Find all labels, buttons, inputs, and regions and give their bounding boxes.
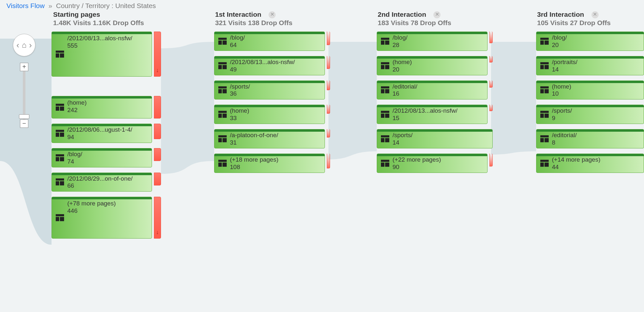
flow-node[interactable]: (+22 more pages)90 [377, 154, 493, 173]
flow-node-tile[interactable]: (+78 more pages)446 [52, 197, 152, 239]
flow-node-topbar [377, 81, 487, 83]
flow-node-label: /2012/08/13...alos-nsfw/ [393, 107, 483, 115]
page-icon [540, 111, 549, 118]
flow-node-topbar [52, 32, 152, 34]
flow-node-tile[interactable]: (+22 more pages)90 [377, 154, 488, 173]
flow-node[interactable]: /blog/20 [536, 32, 644, 51]
flow-node[interactable]: /2012/08/29...on-of-one/66 [52, 173, 161, 192]
pan-prev-icon[interactable]: ‹ [16, 40, 19, 50]
flow-node-tile[interactable]: /sports/9 [536, 105, 644, 124]
pan-control[interactable]: ‹ ⌂ › [13, 34, 35, 56]
page-icon [218, 86, 227, 93]
column-subtitle: 321 Visits 138 Drop Offs [215, 19, 292, 27]
home-icon[interactable]: ⌂ [22, 41, 27, 50]
flow-node[interactable]: /2012/08/13...alos-nsfw/49 [214, 56, 330, 75]
flow-node-tile[interactable]: /2012/08/13...alos-nsfw/49 [214, 56, 325, 75]
column-title: 2nd Interaction [378, 11, 426, 18]
svg-rect-66 [540, 135, 549, 137]
flow-node[interactable]: (+78 more pages)446↓ [52, 197, 161, 239]
flow-node-tile[interactable]: /blog/64 [214, 32, 325, 51]
flow-node-tile[interactable]: (+18 more pages)108 [214, 154, 325, 173]
flow-node[interactable]: /portraits/14 [536, 56, 644, 75]
svg-rect-36 [381, 38, 389, 40]
breadcrumb-dimension: Country / Territory : [56, 2, 113, 9]
flow-node-label: /sports/ [393, 131, 488, 139]
flow-node-value: 555 [67, 42, 148, 49]
svg-rect-20 [223, 41, 227, 45]
flow-node-topbar [536, 81, 644, 83]
page-icon [218, 111, 227, 118]
flow-node-tile[interactable]: (home)33 [214, 105, 325, 124]
flow-node[interactable]: (+18 more pages)108 [214, 154, 330, 173]
zoom-slider[interactable]: + − [20, 63, 28, 128]
flow-node-value: 28 [393, 42, 483, 49]
flow-node-tile[interactable]: (home)10 [536, 80, 644, 100]
flow-node-label: /blog/ [230, 34, 321, 42]
flow-node[interactable]: /blog/28 [377, 32, 493, 51]
svg-rect-15 [56, 214, 64, 216]
flow-node[interactable]: /sports/9 [536, 105, 644, 124]
flow-node-tile[interactable]: /2012/08/13...alos-nsfw/15 [377, 105, 488, 124]
dropoff-arrow-icon: ↓ [156, 229, 159, 236]
page-icon [540, 62, 549, 69]
flow-node-tile[interactable]: /portraits/14 [536, 56, 644, 75]
remove-column-button[interactable]: ✕ [269, 11, 276, 18]
pan-next-icon[interactable]: › [29, 40, 32, 50]
flow-node-label: /portraits/ [552, 58, 640, 66]
flow-node[interactable]: /2012/08/06...ugust-1-4/94 [52, 124, 161, 143]
flow-node-tile[interactable]: /blog/20 [536, 32, 644, 51]
flow-node-tile[interactable]: (home)242 [52, 96, 152, 118]
svg-rect-38 [385, 41, 389, 45]
flow-node[interactable]: (home)242 [52, 96, 161, 118]
dropoff-bar: ↓ [154, 32, 161, 77]
flow-node-tile[interactable]: /2012/08/06...ugust-1-4/94 [52, 124, 152, 143]
flow-node[interactable]: (home)10 [536, 80, 644, 100]
flow-node[interactable]: /2012/08/13...alos-nsfw/15 [377, 105, 493, 124]
flow-node-tile[interactable]: /2012/08/29...on-of-one/66 [52, 173, 152, 192]
flow-node-tile[interactable]: (home)20 [377, 56, 488, 75]
zoom-out-button[interactable]: − [20, 119, 28, 128]
dropoff-bar [154, 124, 161, 139]
page-icon [218, 135, 227, 142]
flow-node-tile[interactable]: /sports/14 [377, 129, 493, 148]
page-icon [381, 111, 389, 118]
flow-node-tile[interactable]: /sports/36 [214, 80, 325, 100]
flow-node-tile[interactable]: /a-platoon-of-one/31 [214, 129, 325, 148]
svg-rect-0 [56, 51, 64, 53]
flow-node[interactable]: /2012/08/13...alos-nsfw/555↓ [52, 32, 161, 77]
flow-node-label: /blog/ [67, 150, 148, 158]
breadcrumb-root-link[interactable]: Visitors Flow [6, 2, 45, 9]
flow-node[interactable]: (home)33 [214, 105, 330, 124]
flow-node[interactable]: /blog/64 [214, 32, 330, 51]
flow-node-tile[interactable]: /editorial/8 [536, 129, 644, 148]
flow-node[interactable]: (+14 more pages)44 [536, 154, 644, 173]
zoom-track[interactable] [23, 71, 25, 119]
svg-rect-54 [540, 38, 549, 40]
zoom-in-button[interactable]: + [20, 63, 28, 71]
remove-column-button[interactable]: ✕ [592, 11, 599, 18]
flow-node-topbar [214, 81, 325, 83]
flow-node-tile[interactable]: (+14 more pages)44 [536, 154, 644, 173]
flow-node-tile[interactable]: /blog/74 [52, 148, 152, 167]
page-icon [56, 154, 64, 161]
flow-node-tile[interactable]: /editorial/16 [377, 80, 488, 100]
flow-node[interactable]: /blog/74 [52, 148, 161, 167]
flow-node[interactable]: /editorial/16 [377, 80, 493, 100]
flow-node-label: (home) [393, 58, 483, 66]
flow-node-tile[interactable]: /2012/08/13...alos-nsfw/555 [52, 32, 152, 77]
zoom-handle[interactable] [19, 114, 29, 119]
svg-rect-67 [540, 138, 544, 142]
svg-rect-45 [381, 111, 389, 113]
flow-node-value: 15 [393, 115, 483, 122]
flow-node-label: /2012/08/13...alos-nsfw/ [67, 34, 148, 42]
remove-column-button[interactable]: ✕ [433, 11, 440, 18]
svg-rect-62 [545, 89, 549, 93]
flow-node-tile[interactable]: /blog/28 [377, 32, 488, 51]
flow-node[interactable]: /editorial/8 [536, 129, 644, 148]
flow-node[interactable]: /a-platoon-of-one/31 [214, 129, 330, 148]
flow-node[interactable]: /sports/14 [377, 129, 493, 148]
svg-rect-28 [218, 114, 222, 118]
flow-node[interactable]: (home)20 [377, 56, 493, 75]
column-title: 3rd Interaction [537, 11, 584, 18]
flow-node[interactable]: /sports/36 [214, 80, 330, 100]
